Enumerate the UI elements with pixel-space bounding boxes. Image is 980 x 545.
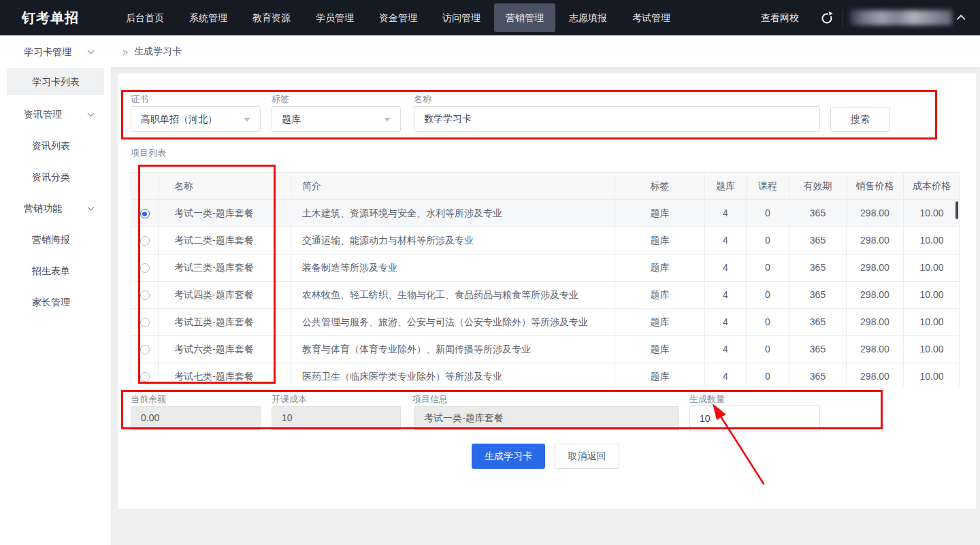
navbar-right: 查看网校: [749, 0, 970, 35]
quantity-label: 生成数量: [689, 393, 725, 406]
refresh-icon[interactable]: [811, 0, 843, 35]
tag-label: 标签: [272, 93, 289, 105]
page: 钉考单招 后台首页 系统管理 教育资源 学员管理 资金管理 访问管理 营销管理 …: [0, 0, 980, 545]
quantity-input[interactable]: [689, 406, 820, 431]
table-row[interactable]: 考试六类-题库套餐 教育与体育（体育专业除外）、新闻传播等所涉及专业 题库 4 …: [131, 336, 960, 363]
col-header-course: 课程: [747, 173, 789, 200]
breadcrumb: 生成学习卡: [134, 35, 182, 67]
radio-column-header: [131, 173, 159, 200]
course-cost-label: 开课成本: [272, 393, 307, 406]
cancel-return-button[interactable]: 取消返回: [555, 444, 619, 469]
sidebar-item-marketing-poster[interactable]: 营销海报: [0, 227, 111, 252]
project-info-label: 项目信息: [412, 393, 448, 406]
table-row[interactable]: 考试二类-题库套餐 交通运输、能源动力与材料等所涉及专业 题库 4 0 365 …: [131, 227, 960, 254]
table-row[interactable]: 考试四类-题库套餐 农林牧鱼、轻工纺织、生物与化工、食品药品与粮食等所涉及专业 …: [131, 282, 960, 309]
nav-item-volunteer[interactable]: 志愿填报: [557, 3, 619, 32]
table-header-row: 名称 简介 标签 题库 课程 有效期 销售价格 成本价格: [131, 173, 960, 200]
row-radio[interactable]: [140, 236, 150, 246]
nav-item-exam[interactable]: 考试管理: [621, 3, 682, 32]
project-info-field: 考试一类-题库套餐: [414, 406, 679, 430]
nav-item-home[interactable]: 后台首页: [114, 3, 176, 32]
search-button[interactable]: 搜索: [830, 107, 890, 132]
col-header-tag: 标签: [615, 173, 705, 200]
balance-label: 当前余额: [131, 393, 166, 406]
sidebar-item-news-category[interactable]: 资讯分类: [0, 165, 111, 189]
col-header-validity: 有效期: [789, 173, 847, 200]
user-account-menu[interactable]: [843, 0, 970, 35]
certificate-label: 证书: [131, 93, 148, 105]
table-row[interactable]: 考试七类-题库套餐 医药卫生（临床医学类专业除外）等所涉及专业 题库 4 0 3…: [131, 363, 960, 386]
nav-item-students[interactable]: 学员管理: [304, 3, 365, 32]
generate-card-button[interactable]: 生成学习卡: [472, 444, 545, 469]
sidebar-item-study-card-list[interactable]: 学习卡列表: [7, 68, 104, 95]
double-chevron-right-icon: »: [122, 35, 128, 67]
project-table: 名称 简介 标签 题库 课程 有效期 销售价格 成本价格 考试一类-题库套餐 土…: [131, 172, 960, 386]
col-header-cost-price: 成本价格: [904, 173, 960, 200]
table-row[interactable]: 考试一类-题库套餐 土木建筑、资源环境与安全、水利等所涉及专业 题库 4 0 3…: [131, 200, 960, 227]
table-scrollbar[interactable]: [956, 201, 958, 219]
tag-select[interactable]: 题库: [272, 106, 401, 132]
chevron-down-icon: [88, 48, 95, 54]
sidebar: 学习卡管理 学习卡列表 资讯管理 资讯列表 资讯分类 营销功能 营销海报 招生表…: [0, 35, 111, 545]
col-header-name: 名称: [159, 173, 291, 200]
caret-down-icon: [244, 118, 250, 122]
certificate-select[interactable]: 高职单招（河北）: [131, 106, 261, 132]
col-header-sale-price: 销售价格: [847, 173, 904, 200]
sidebar-item-news-list[interactable]: 资讯列表: [0, 133, 111, 158]
row-radio[interactable]: [140, 318, 150, 327]
table-row[interactable]: 考试五类-题库套餐 公共管理与服务、旅游、公安与司法（公安专业除外）等所涉及专业…: [131, 309, 960, 336]
top-navbar: 钉考单招 后台首页 系统管理 教育资源 学员管理 资金管理 访问管理 营销管理 …: [0, 0, 980, 35]
sidebar-group-news[interactable]: 资讯管理: [0, 102, 111, 127]
course-cost-field: 10: [272, 406, 401, 430]
sidebar-group-study-card[interactable]: 学习卡管理: [0, 39, 111, 64]
row-radio[interactable]: [140, 372, 150, 382]
nav-item-funds[interactable]: 资金管理: [368, 3, 429, 32]
sidebar-group-marketing[interactable]: 营销功能: [0, 196, 111, 220]
col-header-intro: 简介: [291, 173, 615, 200]
nav-item-edu-resource[interactable]: 教育资源: [241, 3, 302, 32]
nav-item-system[interactable]: 系统管理: [178, 3, 239, 32]
name-input[interactable]: [414, 106, 820, 132]
col-header-tiku: 题库: [705, 173, 747, 200]
view-school-link[interactable]: 查看网校: [749, 0, 811, 35]
chevron-down-icon: [88, 204, 95, 211]
project-list-title: 项目列表: [131, 147, 166, 159]
breadcrumb-bar: » 生成学习卡: [111, 35, 980, 68]
chevron-down-icon: [88, 110, 95, 117]
caret-down-icon: [384, 118, 391, 122]
sidebar-item-parent-mgmt[interactable]: 家长管理: [0, 290, 111, 314]
nav-menu: 后台首页 系统管理 教育资源 学员管理 资金管理 访问管理 营销管理 志愿填报 …: [114, 0, 682, 35]
nav-item-marketing[interactable]: 营销管理: [494, 3, 555, 32]
sidebar-item-enroll-form[interactable]: 招生表单: [0, 259, 111, 283]
row-radio[interactable]: [140, 291, 150, 300]
balance-field: 0.00: [131, 406, 261, 430]
row-radio[interactable]: [140, 263, 150, 273]
row-radio[interactable]: [140, 345, 150, 354]
app-logo: 钉考单招: [22, 0, 111, 35]
chevron-up-icon: [957, 14, 966, 23]
row-radio-selected[interactable]: [140, 209, 150, 218]
name-label: 名称: [414, 93, 431, 105]
table-row[interactable]: 考试三类-题库套餐 装备制造等所涉及专业 题库 4 0 365 298.00 1…: [131, 254, 960, 282]
nav-item-access[interactable]: 访问管理: [431, 3, 492, 32]
user-name-redacted: [850, 10, 952, 25]
